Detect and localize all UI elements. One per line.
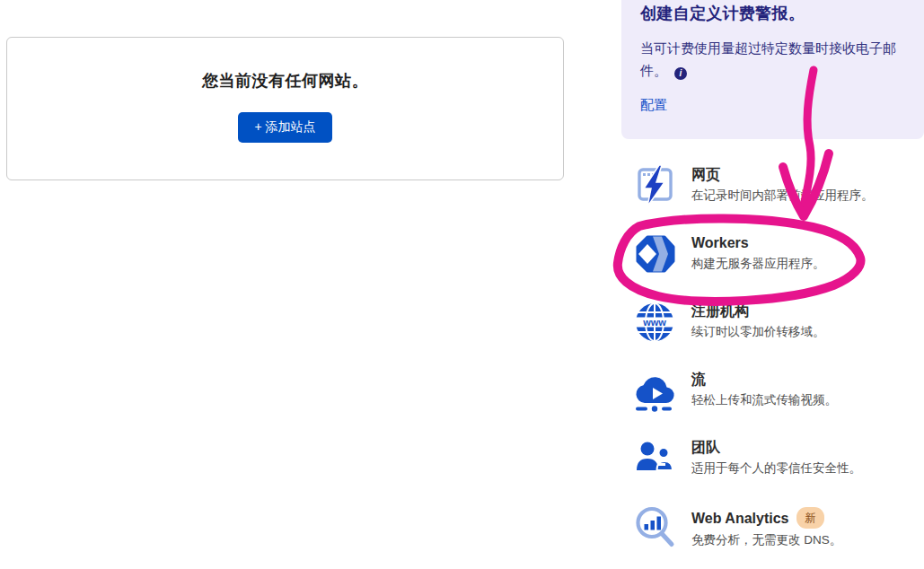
product-item-stream[interactable]: 流 轻松上传和流式传输视频。 xyxy=(633,369,924,412)
info-icon[interactable]: i xyxy=(674,67,687,80)
billing-alert-title: 创建自定义计费警报。 xyxy=(640,3,906,24)
no-websites-message: 您当前没有任何网站。 xyxy=(7,70,563,92)
no-websites-card: 您当前没有任何网站。 + 添加站点 xyxy=(6,37,564,180)
people-icon xyxy=(633,437,676,480)
billing-alert-panel: 创建自定义计费警报。 当可计费使用量超过特定数量时接收电子邮件。i 配置 xyxy=(621,0,924,139)
product-list: 网页 在记录时间内部署前端应用程序。 Workers 构建无服务器应用程序。 w… xyxy=(633,164,924,569)
cloud-play-icon xyxy=(633,369,676,412)
billing-alert-description: 当可计费使用量超过特定数量时接收电子邮件。i xyxy=(640,37,910,82)
product-description: 适用于每个人的零信任安全性。 xyxy=(691,460,861,477)
product-description: 构建无服务器应用程序。 xyxy=(691,256,825,272)
product-description: 轻松上传和流式传输视频。 xyxy=(691,392,837,408)
add-site-button[interactable]: + 添加站点 xyxy=(238,112,331,143)
product-title: Workers xyxy=(691,234,825,252)
product-title-text: Web Analytics xyxy=(691,511,788,526)
product-title: 流 xyxy=(691,371,837,389)
product-title: 团队 xyxy=(691,439,861,457)
product-title: Web Analytics新 xyxy=(691,507,841,529)
product-description: 在记录时间内部署前端应用程序。 xyxy=(691,188,874,204)
pages-lightning-icon xyxy=(633,164,676,207)
product-item-web-analytics[interactable]: Web Analytics新 免费分析，无需更改 DNS。 xyxy=(633,505,924,548)
product-item-workers[interactable]: Workers 构建无服务器应用程序。 xyxy=(633,232,924,276)
product-item-registrar[interactable]: www 注册机构 续订时以零加价转移域。 xyxy=(633,301,924,344)
product-description: 续订时以零加价转移域。 xyxy=(691,324,825,340)
product-title: 网页 xyxy=(691,166,874,184)
magnifier-chart-icon xyxy=(633,505,676,548)
new-badge: 新 xyxy=(796,507,824,529)
globe-www-label: www xyxy=(642,317,666,328)
product-item-pages[interactable]: 网页 在记录时间内部署前端应用程序。 xyxy=(633,164,924,207)
globe-www-icon: www xyxy=(633,301,676,344)
configure-link[interactable]: 配置 xyxy=(640,97,667,114)
product-title: 注册机构 xyxy=(691,302,825,320)
product-description: 免费分析，无需更改 DNS。 xyxy=(691,532,841,548)
product-item-teams[interactable]: 团队 适用于每个人的零信任安全性。 xyxy=(633,437,924,480)
workers-icon xyxy=(633,232,676,276)
